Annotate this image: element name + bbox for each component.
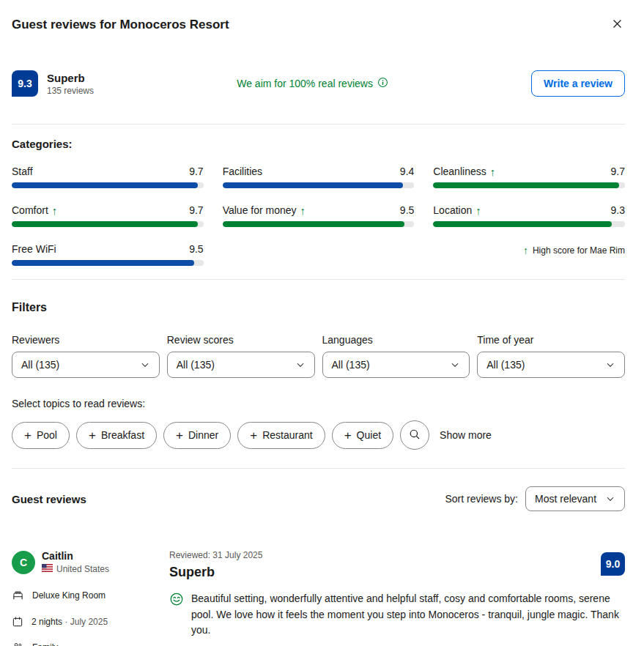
categories-grid: Staff9.7 Facilities9.4 Cleanliness↑9.7 C… xyxy=(12,166,625,266)
category-comfort: Comfort↑9.7 xyxy=(12,204,204,227)
show-more-button[interactable]: Show more xyxy=(440,429,492,441)
selected-value: All (135) xyxy=(486,359,525,371)
calendar-icon xyxy=(12,616,23,628)
divider xyxy=(12,279,625,280)
filter-label: Reviewers xyxy=(12,334,160,346)
topic-chip-breakfast[interactable]: +Breakfast xyxy=(76,422,157,449)
filter-time-of-year: Time of year All (135) xyxy=(477,334,625,378)
modal-header: Guest reviews for Monoceros Resort xyxy=(12,0,625,34)
score-bar xyxy=(223,221,415,227)
score-bar-fill xyxy=(433,182,619,188)
plus-icon: + xyxy=(344,429,352,442)
real-reviews-text: We aim for 100% real reviews xyxy=(237,78,373,89)
chevron-down-icon xyxy=(605,360,615,370)
category-score: 9.5 xyxy=(189,243,203,255)
plus-icon: + xyxy=(24,429,32,442)
category-location: Location↑9.3 xyxy=(433,204,625,227)
group-icon xyxy=(12,642,24,646)
category-label: Free WiFi xyxy=(12,243,56,255)
review-meta-column: C Caitlin United States Deluxe King Room… xyxy=(12,550,158,646)
category-cleanliness: Cleanliness↑9.7 xyxy=(433,166,625,188)
category-score: 9.5 xyxy=(400,204,414,216)
category-facilities: Facilities9.4 xyxy=(223,166,415,188)
topic-chips: +Pool +Breakfast +Dinner +Restaurant +Qu… xyxy=(12,420,625,450)
high-score-note-text: High score for Mae Rim xyxy=(533,245,625,256)
category-label: Value for money xyxy=(223,204,297,216)
category-label: Cleanliness xyxy=(433,166,486,177)
guest-reviews-heading: Guest reviews xyxy=(12,493,445,505)
sort-select[interactable]: Most relevant xyxy=(525,486,625,511)
review-scores-select[interactable]: All (135) xyxy=(167,352,315,378)
positive-smiley-icon xyxy=(169,592,184,609)
stay-date: · July 2025 xyxy=(64,617,108,627)
close-button[interactable] xyxy=(610,16,625,34)
topic-chip-pool[interactable]: +Pool xyxy=(12,422,70,449)
score-summary: 9.3 Superb 135 reviews We aim for 100% r… xyxy=(12,70,625,97)
plus-icon: + xyxy=(176,429,183,442)
selected-value: All (135) xyxy=(177,359,215,371)
plus-icon: + xyxy=(250,429,257,442)
stay-info-row: 2 nights · July 2025 xyxy=(12,616,158,628)
chip-label: Pool xyxy=(37,429,57,441)
chip-label: Breakfast xyxy=(101,429,144,441)
score-bar-fill xyxy=(12,221,198,227)
score-bar xyxy=(433,182,625,188)
filter-reviewers: Reviewers All (135) xyxy=(12,334,160,378)
room-type: Deluxe King Room xyxy=(32,590,106,601)
review-title: Superb xyxy=(169,565,601,580)
avatar: C xyxy=(12,551,35,574)
info-icon xyxy=(377,77,388,90)
score-bar-fill xyxy=(12,260,194,266)
time-of-year-select[interactable]: All (135) xyxy=(477,352,625,378)
topics-label: Select topics to read reviews: xyxy=(12,398,625,409)
score-bar xyxy=(12,221,204,227)
score-bar xyxy=(12,260,204,266)
filter-dropdowns: Reviewers All (135) Review scores All (1… xyxy=(12,334,625,378)
topic-chip-restaurant[interactable]: +Restaurant xyxy=(237,422,325,449)
divider xyxy=(12,124,625,125)
close-icon xyxy=(611,21,623,32)
filter-label: Review scores xyxy=(167,334,315,346)
topic-chip-dinner[interactable]: +Dinner xyxy=(163,422,231,449)
chip-label: Dinner xyxy=(188,429,218,441)
sort-selected-value: Most relevant xyxy=(535,493,596,505)
search-topics-button[interactable] xyxy=(400,420,429,450)
write-review-button[interactable]: Write a review xyxy=(531,70,625,97)
group-type: Family xyxy=(32,642,58,646)
category-label: Facilities xyxy=(223,166,262,177)
trend-up-icon: ↑ xyxy=(490,166,496,177)
reviewed-date: Reviewed: 31 July 2025 xyxy=(169,550,601,560)
filters-heading: Filters xyxy=(12,301,625,314)
trend-up-icon: ↑ xyxy=(300,205,306,216)
guest-reviews-header: Guest reviews Sort reviews by: Most rele… xyxy=(12,486,625,511)
reviewer-profile: C Caitlin United States xyxy=(12,550,158,574)
reviewers-select[interactable]: All (135) xyxy=(12,352,160,378)
score-bar-fill xyxy=(223,221,405,227)
search-icon xyxy=(408,428,421,443)
chevron-down-icon xyxy=(140,360,150,370)
trend-up-icon: ↑ xyxy=(523,245,528,256)
category-score: 9.3 xyxy=(611,204,625,216)
filter-languages: Languages All (135) xyxy=(322,334,470,378)
bed-icon xyxy=(12,590,24,601)
real-reviews-link[interactable]: We aim for 100% real reviews xyxy=(94,77,531,90)
category-label: Staff xyxy=(12,166,33,177)
categories-heading: Categories: xyxy=(12,138,625,150)
review-text: Beautiful setting, wonderfully attentive… xyxy=(191,591,625,639)
page-title: Guest reviews for Monoceros Resort xyxy=(12,18,610,32)
overall-score-badge: 9.3 xyxy=(12,70,38,97)
category-free-wifi: Free WiFi9.5 xyxy=(12,243,204,266)
languages-select[interactable]: All (135) xyxy=(322,352,470,378)
topic-chip-quiet[interactable]: +Quiet xyxy=(332,422,393,449)
score-bar-fill xyxy=(433,221,611,227)
review-count: 135 reviews xyxy=(47,86,94,96)
category-score: 9.4 xyxy=(400,166,414,177)
guest-reviews-modal: Guest reviews for Monoceros Resort 9.3 S… xyxy=(0,0,644,646)
plus-icon: + xyxy=(89,429,96,442)
trend-up-icon: ↑ xyxy=(52,205,58,216)
review-score-badge: 9.0 xyxy=(601,552,625,576)
reviewer-country: United States xyxy=(56,564,109,574)
room-type-row: Deluxe King Room xyxy=(12,590,158,601)
selected-value: All (135) xyxy=(21,359,59,371)
selected-value: All (135) xyxy=(332,359,370,371)
